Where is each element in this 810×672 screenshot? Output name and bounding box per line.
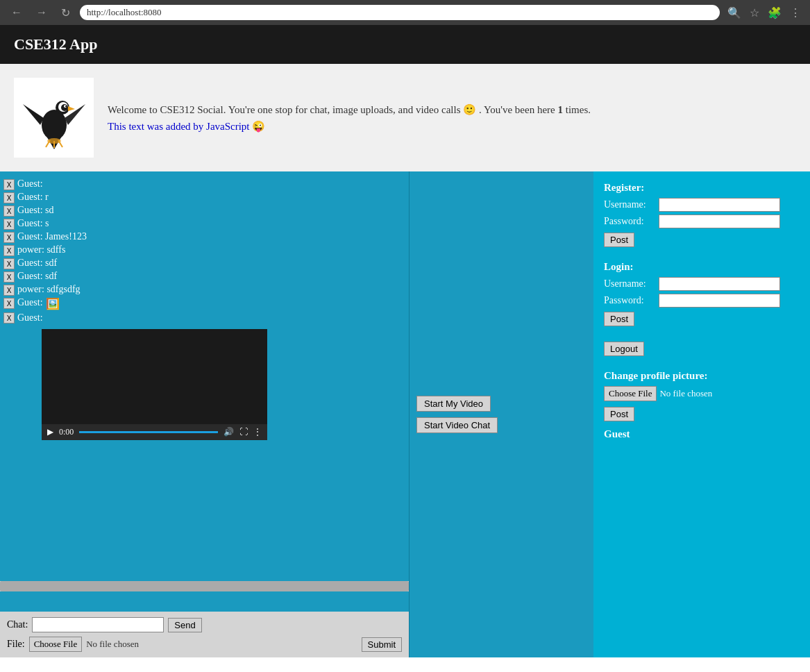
register-username-row: Username: [604,198,800,212]
file-upload-row: File: Choose File No file chosen Submit [7,637,402,652]
register-password-label: Password: [604,216,656,227]
message-text: Guest: James!123 [17,231,87,242]
back-button[interactable]: ← [7,5,26,20]
browser-chrome: ← → ↻ http://localhost:8080 🔍 ☆ 🧩 ⋮ [0,0,810,25]
chat-message: X Guest: sdf [3,271,405,283]
logout-section: Logout [604,340,800,356]
svg-marker-2 [68,106,75,111]
login-username-label: Username: [604,278,656,289]
login-post-button[interactable]: Post [604,312,634,326]
fullscreen-icon[interactable]: ⛶ [239,427,248,437]
app-header: CSE312 App [0,25,810,64]
chat-scrollarea[interactable]: X Guest: X Guest: r X Guest: sd X Guest:… [0,171,409,581]
app-title: CSE312 App [14,35,97,53]
welcome-main-text: Welcome to CSE312 Social. You're one sto… [108,104,460,115]
delete-message-btn[interactable]: X [3,219,15,230]
register-section: Register: Username: Password: Post [604,182,800,247]
delete-message-btn[interactable]: X [3,205,15,217]
url-bar[interactable]: http://localhost:8080 [80,5,720,20]
login-username-input[interactable] [659,277,780,291]
send-button[interactable]: Send [168,618,201,632]
menu-icon: ⋮ [788,4,803,22]
logout-button[interactable]: Logout [604,342,644,356]
main-content: X Guest: X Guest: r X Guest: sd X Guest:… [0,171,810,657]
login-password-label: Password: [604,295,656,306]
start-my-video-button[interactable]: Start My Video [416,396,491,412]
forward-button[interactable]: → [32,5,51,20]
chat-message: X Guest: ▶ 0:00 🔊 ⛶ [3,312,405,440]
message-text: Guest: sdf [17,271,57,282]
svg-point-13 [47,138,61,144]
svg-point-6 [65,106,67,107]
message-text: Guest: sdf [17,258,57,269]
welcome-text: Welcome to CSE312 Social. You're one sto… [108,101,591,135]
chat-message: X Guest: sdf [3,258,405,269]
profile-choose-file-button[interactable]: Choose File [604,386,657,401]
js-text: This text was added by JavaScript [108,121,250,132]
eagle-svg [19,83,89,153]
submit-button[interactable]: Submit [362,637,402,652]
message-text: Guest: [17,312,43,324]
video-controls: ▶ 0:00 🔊 ⛶ ⋮ [42,424,267,440]
video-player: ▶ 0:00 🔊 ⛶ ⋮ [42,329,267,440]
delete-message-btn[interactable]: X [3,271,15,283]
auth-panel: Register: Username: Password: Post Login… [593,171,810,657]
reload-button[interactable]: ↻ [57,5,74,21]
delete-message-btn[interactable]: X [3,258,15,269]
register-post-button[interactable]: Post [604,233,634,247]
chat-messages-container: X Guest: X Guest: r X Guest: sd X Guest:… [0,171,409,612]
chat-message: X power: sdfgsdfg [3,284,405,296]
delete-message-btn[interactable]: X [3,232,15,243]
message-text: power: sdffs [17,244,65,255]
register-password-row: Password: [604,215,800,228]
video-progress[interactable] [79,431,218,433]
chat-input-row: Chat: Send [7,617,402,632]
change-profile-section: Change profile picture: Choose File No f… [604,370,800,421]
message-text: Guest: r [17,192,49,203]
eagle-image [14,78,94,158]
delete-message-btn[interactable]: X [3,312,15,324]
profile-post-button[interactable]: Post [604,407,634,421]
profile-no-file-text: No file chosen [659,388,712,399]
current-user: Guest [604,428,800,440]
delete-message-btn[interactable]: X [3,298,15,309]
start-video-chat-button[interactable]: Start Video Chat [416,417,498,433]
extension-icon: 🧩 [766,4,784,22]
chat-message: X Guest: s [3,218,405,230]
register-password-input[interactable] [659,215,780,228]
chat-message: X power: sdffs [3,244,405,256]
register-username-input[interactable] [659,198,780,212]
chat-choose-file-button[interactable]: Choose File [29,637,82,652]
visit-count: 1 [558,104,564,115]
smile-emoji: 🙂 [463,104,476,115]
delete-message-btn[interactable]: X [3,245,15,256]
play-icon[interactable]: ▶ [47,427,53,437]
message-text: Guest: [17,178,43,190]
change-pic-row: Choose File No file chosen [604,386,800,401]
chat-horizontal-scroll[interactable] [0,581,409,591]
login-section: Login: Username: Password: Post [604,261,800,326]
visit-text: . You've been here [479,104,555,115]
js-emoji: 😜 [252,121,265,132]
star-icon: ☆ [748,4,761,22]
delete-message-btn[interactable]: X [3,285,15,296]
chat-input-area: Chat: Send File: Choose File No file cho… [0,612,409,657]
change-pic-title: Change profile picture: [604,370,800,382]
register-username-label: Username: [604,199,656,210]
register-title: Register: [604,182,800,194]
welcome-section: Welcome to CSE312 Social. You're one sto… [0,64,810,171]
volume-icon[interactable]: 🔊 [223,427,234,437]
chat-message: X Guest: James!123 [3,231,405,243]
video-progress-fill [79,431,218,433]
more-icon[interactable]: ⋮ [253,427,262,437]
login-password-input[interactable] [659,294,780,308]
chat-message: X Guest: 🖼️ [3,297,405,310]
message-text: Guest: [17,297,43,308]
chat-message: X Guest: r [3,192,405,203]
message-text: Guest: sd [17,205,54,216]
no-file-text: No file chosen [86,639,139,650]
chat-text-input[interactable] [32,617,164,632]
video-panel: Start My Video Start Video Chat [410,171,593,657]
delete-message-btn[interactable]: X [3,192,15,203]
delete-message-btn[interactable]: X [3,179,15,190]
